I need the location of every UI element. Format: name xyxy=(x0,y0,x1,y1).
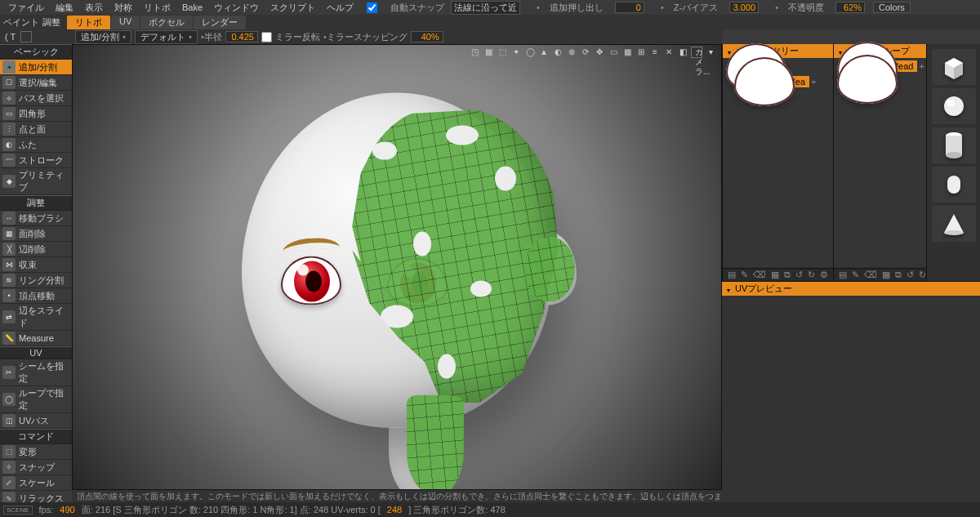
tool-Measure[interactable]: 📏Measure xyxy=(0,331,72,346)
visibility-icon[interactable] xyxy=(734,58,795,106)
tool-ふた[interactable]: ◐ふた xyxy=(0,137,72,153)
tool-シームを指定[interactable]: ✂シームを指定 xyxy=(0,359,72,386)
panel-tool-icon[interactable]: ▦ xyxy=(771,270,779,280)
tool-リラックス[interactable]: ∿リラックス xyxy=(0,491,72,502)
viewport-icon[interactable]: ⊕ xyxy=(566,47,577,58)
prim-cube-icon[interactable] xyxy=(932,49,976,85)
tree-row[interactable]: Vdefa + xyxy=(837,73,923,86)
tool-点と面[interactable]: ⋮点と面 xyxy=(0,122,72,137)
panel-tool-icon[interactable]: ↺ xyxy=(795,270,803,280)
tool-パスを選択[interactable]: ⟡パスを選択 xyxy=(0,91,72,106)
tool-リング分割[interactable]: ≋リング分割 xyxy=(0,273,72,288)
menu-script[interactable]: スクリプト xyxy=(265,2,320,14)
menu-file[interactable]: ファイル xyxy=(3,2,49,14)
prim-sphere-icon[interactable] xyxy=(932,88,976,124)
tool-スケール[interactable]: ⤢スケール xyxy=(0,475,72,491)
tool-移動ブラシ[interactable]: ↔移動ブラシ xyxy=(0,211,72,226)
tab-voxel[interactable]: ボクセル xyxy=(140,16,193,29)
tool-追加/分割[interactable]: ＋追加/分割 xyxy=(0,60,72,75)
viewport-icon[interactable]: ▭ xyxy=(608,47,619,58)
autosnap-checkbox[interactable] xyxy=(367,2,377,13)
prim-cone-icon[interactable] xyxy=(932,206,976,242)
viewport-icon[interactable]: ⬚ xyxy=(497,47,508,58)
prim-capsule-icon[interactable] xyxy=(932,167,976,203)
add-icon[interactable]: + xyxy=(811,77,816,87)
text-tool-icon[interactable]: ( T xyxy=(2,32,19,42)
chevron-down-icon[interactable]: ▾ xyxy=(705,47,716,58)
viewport-icon[interactable]: ◐ xyxy=(552,47,564,58)
panel-tool-icon[interactable]: ⌫ xyxy=(864,270,877,280)
viewport-icon[interactable]: ◳ xyxy=(469,47,480,58)
add-icon[interactable]: + xyxy=(919,61,924,71)
tool-ループで指定[interactable]: ◯ループで指定 xyxy=(0,386,72,413)
viewport-icon[interactable]: ⟳ xyxy=(580,47,591,58)
menu-symmetry[interactable]: 対称 xyxy=(109,2,137,14)
tab-render[interactable]: レンダー xyxy=(194,16,246,29)
uv-preview-body[interactable] xyxy=(722,296,980,502)
extrude-value[interactable]: 0 xyxy=(615,2,644,13)
menu-window[interactable]: ウィンドウ xyxy=(209,2,264,14)
colors-button[interactable]: Colors xyxy=(873,2,911,13)
radius-value[interactable]: 0.425 xyxy=(225,31,258,42)
panel-tool-icon[interactable]: ✎ xyxy=(852,270,859,280)
panel-tool-icon[interactable]: ⌫ xyxy=(753,270,766,280)
tool-ストローク[interactable]: 〰ストローク xyxy=(0,153,72,168)
tool-四角形[interactable]: ▭四角形 xyxy=(0,106,72,122)
mirror-checkbox[interactable] xyxy=(261,32,272,42)
prim-cylinder-icon[interactable] xyxy=(932,127,976,163)
tool-プリミティブ[interactable]: ◆プリミティブ xyxy=(0,168,72,195)
panel-tool-icon[interactable]: ▤ xyxy=(728,270,736,280)
mirrorsnap-value[interactable]: 40% xyxy=(411,31,443,42)
mode-paint[interactable]: ペイント xyxy=(3,16,39,29)
panel-tool-icon[interactable]: ⚙ xyxy=(820,270,828,280)
scene-icon[interactable]: SCENE xyxy=(3,506,33,515)
panel-tool-icon[interactable]: ↻ xyxy=(808,270,815,280)
viewport-icon[interactable]: ✦ xyxy=(510,47,522,58)
menu-retopo[interactable]: リトポ xyxy=(139,2,176,14)
panel-tool-icon[interactable]: ⧉ xyxy=(784,270,791,280)
tree-row[interactable]: Veveleye_Hea + xyxy=(726,75,830,88)
viewport-icon[interactable]: ◧ xyxy=(677,47,688,58)
viewport-icon[interactable]: ▦ xyxy=(621,47,633,58)
visibility-icon[interactable] xyxy=(837,58,898,104)
panel-tool-icon[interactable]: ▦ xyxy=(882,270,890,280)
panel-tool-icon[interactable]: ⧉ xyxy=(895,270,902,280)
viewport-icon[interactable]: ◯ xyxy=(524,47,536,58)
uv-preview-title[interactable]: UVプレビュー xyxy=(722,282,980,296)
camera-combo[interactable]: カメラ... xyxy=(691,47,702,58)
retopo-group-tree[interactable]: Veveleye_Head +Vdefa + xyxy=(834,58,926,268)
preset-combo[interactable]: デフォルト xyxy=(135,30,198,44)
viewport-3d[interactable]: ◳▦⬚✦◯▲◐⊕⟳✥▭▦⊞≡✕◧カメラ...▾ xyxy=(72,44,722,502)
viewport-icon[interactable]: ⊞ xyxy=(635,47,647,58)
zbias-value[interactable]: 3.000 xyxy=(729,2,759,13)
tab-retopo[interactable]: リトポ xyxy=(67,16,110,29)
color-swatch[interactable] xyxy=(20,31,32,42)
mode-tweak[interactable]: 調整 xyxy=(42,16,60,29)
panel-tool-icon[interactable]: ✎ xyxy=(741,270,748,280)
tool-スナップ[interactable]: ✧スナップ xyxy=(0,460,72,475)
menu-view[interactable]: 表示 xyxy=(80,2,108,14)
menu-help[interactable]: ヘルプ xyxy=(322,2,359,14)
panel-tool-icon[interactable]: ↻ xyxy=(919,270,926,280)
voxel-tree[interactable]: Vルート +Veveleye_Hea + xyxy=(723,58,833,268)
viewport-icon[interactable]: ≡ xyxy=(649,47,661,58)
viewport-icon[interactable]: ▲ xyxy=(538,47,550,58)
tool-変形[interactable]: ⬚変形 xyxy=(0,444,72,460)
menu-edit[interactable]: 編集 xyxy=(51,2,78,14)
tab-uv[interactable]: UV xyxy=(111,16,140,29)
menu-bake[interactable]: Bake xyxy=(177,2,207,12)
tool-辺削除[interactable]: ╳辺削除 xyxy=(0,242,72,257)
viewport-icon[interactable]: ▦ xyxy=(483,47,494,58)
panel-tool-icon[interactable]: ▤ xyxy=(839,270,847,280)
tool-収束[interactable]: ⋈収束 xyxy=(0,257,72,273)
tool-頂点移動[interactable]: •頂点移動 xyxy=(0,288,72,304)
tool-選択/編集[interactable]: ☐選択/編集 xyxy=(0,75,72,91)
panel-tool-icon[interactable]: ↺ xyxy=(906,270,914,280)
tool-面削除[interactable]: ▦面削除 xyxy=(0,226,72,242)
opacity-value[interactable]: 62% xyxy=(835,2,865,13)
tool-UVパス[interactable]: ◫UVパス xyxy=(0,413,72,429)
snapmode-combo[interactable]: 法線に沿って近 xyxy=(451,1,520,15)
tool-辺をスライド[interactable]: ⇄辺をスライド xyxy=(0,304,72,331)
viewport-icon[interactable]: ✕ xyxy=(663,47,675,58)
viewport-icon[interactable]: ✥ xyxy=(594,47,605,58)
